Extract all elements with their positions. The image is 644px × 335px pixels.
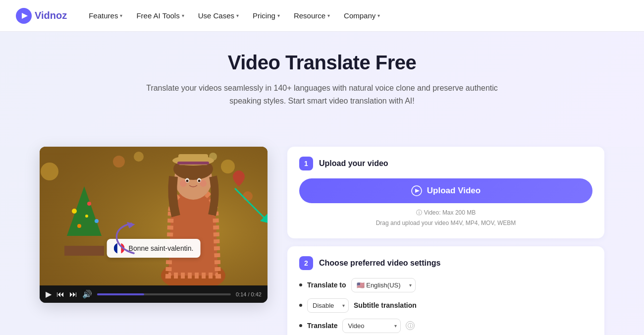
svg-point-27 bbox=[198, 180, 201, 182]
svg-point-9 bbox=[77, 224, 81, 228]
nav-links: Features ▾ Free AI Tools ▾ Use Cases ▾ P… bbox=[83, 7, 628, 24]
svg-point-12 bbox=[113, 156, 125, 168]
play-circle-icon bbox=[411, 185, 422, 196]
step-2-badge: 2 bbox=[299, 256, 313, 270]
chevron-down-icon: ▾ bbox=[377, 13, 380, 18]
drag-upload-label: Drag and upload your video M4V, MP4, MOV… bbox=[299, 219, 592, 228]
svg-marker-31 bbox=[127, 220, 136, 228]
translate-option-select[interactable]: Video Audio Subtitles only bbox=[342, 319, 401, 333]
nav-item-features[interactable]: Features ▾ bbox=[83, 7, 128, 24]
language-select-wrapper: 🇺🇸 English(US) 🇫🇷 French 🇩🇪 German 🇪🇸 Sp… bbox=[351, 278, 416, 292]
svg-point-26 bbox=[186, 180, 189, 182]
bullet-icon bbox=[299, 324, 302, 327]
svg-point-28 bbox=[180, 180, 187, 187]
subtitle-select-wrapper: Disable Enable ▾ bbox=[307, 298, 349, 313]
video-thumbnail: Bonne saint-valentin. bbox=[40, 147, 268, 285]
step-2-header: 2 Choose preferred video settings bbox=[299, 256, 592, 270]
logo-icon bbox=[16, 8, 32, 24]
subtitle-row: Disable Enable ▾ Subtitle translation bbox=[299, 298, 592, 313]
svg-marker-35 bbox=[415, 189, 420, 193]
svg-point-7 bbox=[87, 202, 91, 206]
subtitle-select[interactable]: Disable Enable bbox=[307, 298, 349, 313]
step-2-card: 2 Choose preferred video settings Transl… bbox=[287, 246, 604, 335]
logo[interactable]: Vidnoz bbox=[16, 8, 67, 24]
step-2-title: Choose preferred video settings bbox=[319, 259, 440, 268]
nav-item-pricing[interactable]: Pricing ▾ bbox=[247, 7, 286, 24]
step-1-header: 1 Upload your video bbox=[299, 157, 592, 170]
svg-point-13 bbox=[221, 160, 235, 173]
svg-line-32 bbox=[235, 189, 265, 219]
progress-bar[interactable] bbox=[97, 293, 231, 295]
cursor-pointer-arrow bbox=[233, 186, 268, 226]
logo-label: Vidnoz bbox=[35, 10, 67, 21]
svg-point-29 bbox=[200, 180, 207, 187]
svg-point-10 bbox=[85, 215, 88, 218]
svg-point-11 bbox=[41, 163, 58, 180]
chevron-down-icon: ▾ bbox=[277, 13, 280, 18]
svg-marker-5 bbox=[64, 246, 104, 256]
progress-fill bbox=[97, 293, 144, 295]
translate-to-row: Translate to 🇺🇸 English(US) 🇫🇷 French 🇩🇪… bbox=[299, 278, 592, 292]
chevron-down-icon: ▾ bbox=[327, 13, 330, 18]
video-controls-bar: ▶ ⏮ ⏭ 🔊 0:14 / 0:42 bbox=[40, 285, 268, 303]
volume-button[interactable]: 🔊 bbox=[82, 289, 92, 299]
translate-to-label: Translate to bbox=[307, 281, 346, 289]
video-player: Bonne saint-valentin. ▶ ⏮ ⏭ 🔊 0:14 / 0:4… bbox=[40, 147, 268, 303]
navbar: Vidnoz Features ▾ Free AI Tools ▾ Use Ca… bbox=[0, 0, 644, 32]
hero-section: Video Translate Free Translate your vide… bbox=[0, 32, 644, 147]
step-1-title: Upload your video bbox=[319, 159, 388, 168]
chevron-down-icon: ▾ bbox=[236, 13, 239, 18]
bullet-icon bbox=[299, 283, 302, 286]
time-display: 0:14 / 0:42 bbox=[236, 291, 262, 297]
nav-item-use-cases[interactable]: Use Cases ▾ bbox=[192, 7, 245, 24]
translate-row: Translate Video Audio Subtitles only ▾ ⓘ bbox=[299, 319, 592, 333]
info-icon[interactable]: ⓘ bbox=[406, 321, 415, 330]
skip-back-button[interactable]: ⏮ bbox=[56, 290, 64, 299]
upload-video-button[interactable]: Upload Video bbox=[299, 178, 592, 203]
info-circle-icon: ⓘ bbox=[416, 208, 422, 218]
svg-point-16 bbox=[134, 152, 144, 162]
translate-label: Translate bbox=[307, 322, 337, 330]
skip-forward-button[interactable]: ⏭ bbox=[69, 290, 77, 299]
right-panel: 1 Upload your video Upload Video ⓘ Video… bbox=[287, 147, 604, 335]
chevron-down-icon: ▾ bbox=[120, 13, 122, 18]
bullet-icon bbox=[299, 304, 302, 307]
language-select[interactable]: 🇺🇸 English(US) 🇫🇷 French 🇩🇪 German 🇪🇸 Sp… bbox=[351, 278, 416, 292]
play-button[interactable]: ▶ bbox=[46, 289, 52, 299]
step-1-badge: 1 bbox=[299, 157, 313, 170]
main-content: Bonne saint-valentin. ▶ ⏮ ⏭ 🔊 0:14 / 0:4… bbox=[0, 147, 644, 335]
step-1-card: 1 Upload your video Upload Video ⓘ Video… bbox=[287, 147, 604, 238]
svg-point-6 bbox=[72, 209, 77, 214]
nav-item-free-ai-tools[interactable]: Free AI Tools ▾ bbox=[130, 7, 190, 24]
translate-option-wrapper: Video Audio Subtitles only ▾ bbox=[342, 319, 401, 333]
svg-point-8 bbox=[95, 219, 99, 223]
upload-info: ⓘ Video: Max 200 MB Drag and upload your… bbox=[299, 208, 592, 228]
chevron-down-icon: ▾ bbox=[182, 13, 184, 18]
hero-subtitle: Translate your videos seamlessly in 140+… bbox=[144, 82, 500, 107]
svg-rect-23 bbox=[177, 162, 209, 165]
nav-item-company[interactable]: Company ▾ bbox=[338, 7, 386, 24]
subtitle-label: Subtitle translation bbox=[354, 301, 417, 309]
arrow-decoration bbox=[104, 219, 163, 258]
page-title: Video Translate Free bbox=[40, 52, 604, 74]
nav-item-resource[interactable]: Resource ▾ bbox=[288, 7, 336, 24]
